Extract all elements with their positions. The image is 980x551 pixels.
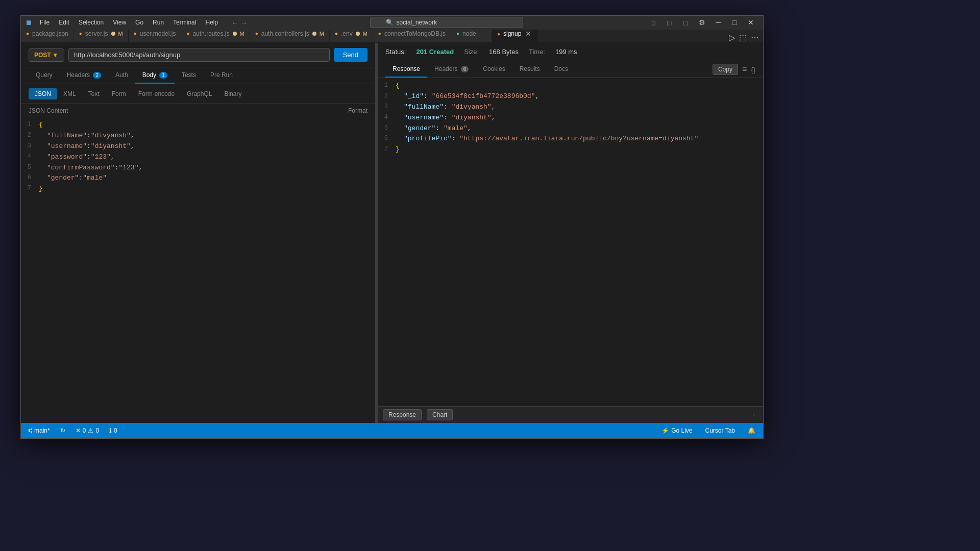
response-bottom-bar: Response Chart ⊢ bbox=[378, 406, 763, 423]
layout-toggle-2[interactable]: ⬚ bbox=[662, 17, 676, 28]
body-type-form[interactable]: Form bbox=[106, 88, 132, 99]
bell-icon: 🔔 bbox=[748, 427, 755, 434]
response-bottom-chart-btn[interactable]: Chart bbox=[427, 409, 453, 420]
info-count: 0 bbox=[114, 427, 117, 434]
status-sync[interactable]: ↻ bbox=[58, 423, 68, 438]
body-type-xml[interactable]: XML bbox=[57, 88, 82, 99]
tab-connect-mongo[interactable]: ● connectToMongoDB.js bbox=[373, 30, 451, 43]
maximize-btn[interactable]: □ bbox=[727, 17, 742, 28]
menu-run[interactable]: Run bbox=[149, 18, 168, 27]
menu-edit[interactable]: Edit bbox=[55, 18, 74, 27]
url-input[interactable] bbox=[68, 48, 330, 62]
title-search-area: 🔍 social_network bbox=[251, 17, 642, 28]
settings-btn[interactable]: ⚙ bbox=[695, 17, 709, 28]
layout-icon[interactable]: ⬚ bbox=[739, 33, 747, 42]
tab-env[interactable]: ● .env M bbox=[330, 30, 373, 43]
notifications-btn[interactable]: 🔔 bbox=[745, 423, 758, 438]
tab-auth-controllers[interactable]: ● auth.controllers.js M bbox=[250, 30, 330, 43]
close-btn[interactable]: ✕ bbox=[744, 17, 758, 28]
json-editor[interactable]: 1 { 2 "fullName":"divyansh", 3 "username… bbox=[21, 117, 375, 423]
menu-go[interactable]: Go bbox=[131, 18, 148, 27]
tab-signup[interactable]: ● signup ✕ bbox=[492, 30, 538, 43]
json-line-1: 1 { bbox=[26, 120, 370, 131]
headers-badge-response: 6 bbox=[461, 66, 469, 72]
tab-icon-package: ● bbox=[26, 31, 29, 36]
nav-tab-prerun[interactable]: Pre Run bbox=[203, 67, 240, 84]
more-actions-icon[interactable]: ⋯ bbox=[751, 33, 759, 42]
status-branch[interactable]: ⑆ main* bbox=[26, 423, 53, 438]
cursor-tab-label: Cursor Tab bbox=[705, 427, 735, 434]
response-bottom-icon[interactable]: ⊢ bbox=[752, 411, 758, 419]
body-type-json[interactable]: JSON bbox=[29, 88, 57, 99]
status-errors[interactable]: ✕ 0 ⚠ 0 bbox=[73, 423, 102, 438]
vscode-logo: ■ bbox=[26, 17, 32, 28]
go-live-label: Go Live bbox=[671, 427, 692, 434]
response-tab-response[interactable]: Response bbox=[385, 61, 427, 78]
tab-server-js[interactable]: ● server.js M bbox=[74, 30, 129, 43]
tab-label-signup: signup bbox=[503, 30, 521, 37]
nav-tab-tests[interactable]: Tests bbox=[175, 67, 203, 84]
run-icon[interactable]: ▷ bbox=[729, 33, 735, 42]
method-selector[interactable]: POST ▾ bbox=[29, 48, 64, 62]
tab-modified-env bbox=[356, 32, 360, 36]
cursor-tab-btn[interactable]: Cursor Tab bbox=[703, 423, 738, 438]
tab-label-auth-routes: auth.routes.js bbox=[192, 30, 229, 37]
error-icon: ✕ bbox=[76, 427, 81, 434]
response-options-icon[interactable]: ≡ bbox=[742, 65, 747, 74]
menu-help[interactable]: Help bbox=[201, 18, 222, 27]
nav-tab-headers[interactable]: Headers 2 bbox=[60, 67, 108, 84]
layout-toggle-1[interactable]: ⬚ bbox=[646, 17, 660, 28]
status-code: 201 Created bbox=[416, 48, 454, 56]
response-json-line-1: 1 { bbox=[383, 81, 758, 91]
response-bottom-response-btn[interactable]: Response bbox=[383, 409, 422, 420]
menu-terminal[interactable]: Terminal bbox=[169, 18, 200, 27]
tab-package-json[interactable]: ● package.json bbox=[21, 30, 74, 43]
response-tab-docs[interactable]: Docs bbox=[547, 61, 575, 78]
response-json-line-7: 7 } bbox=[383, 144, 758, 155]
response-tab-cookies[interactable]: Cookies bbox=[476, 61, 512, 78]
menu-selection[interactable]: Selection bbox=[75, 18, 108, 27]
nav-back-btn[interactable]: ← bbox=[231, 19, 238, 27]
format-button[interactable]: Format bbox=[348, 107, 368, 114]
copy-button[interactable]: Copy bbox=[713, 64, 738, 75]
tab-auth-routes[interactable]: ● auth.routes.js M bbox=[181, 30, 250, 43]
tab-node[interactable]: ● node bbox=[451, 30, 492, 43]
menu-file[interactable]: File bbox=[36, 18, 54, 27]
layout-toggle-3[interactable]: ⬚ bbox=[678, 17, 693, 28]
format-toggle-icon[interactable]: {} bbox=[751, 66, 755, 73]
status-bar-right: ⚡ Go Live Cursor Tab 🔔 bbox=[659, 423, 758, 438]
method-dropdown-icon: ▾ bbox=[54, 52, 57, 59]
json-line-3: 3 "username":"diyansht", bbox=[26, 141, 370, 152]
response-tab-headers[interactable]: Headers 6 bbox=[427, 61, 476, 78]
nav-tab-auth[interactable]: Auth bbox=[108, 67, 135, 84]
nav-forward-btn[interactable]: → bbox=[240, 19, 247, 27]
status-info[interactable]: ℹ 0 bbox=[107, 423, 120, 438]
nav-tab-query[interactable]: Query bbox=[29, 67, 60, 84]
tab-icon-user-model: ● bbox=[134, 31, 137, 36]
tab-user-model[interactable]: ● user.model.js bbox=[129, 30, 182, 43]
body-type-binary[interactable]: Binary bbox=[218, 88, 248, 99]
url-bar: POST ▾ Send bbox=[21, 43, 375, 67]
request-panel: POST ▾ Send Query Headers 2 Auth Body 1 … bbox=[21, 43, 376, 423]
minimize-btn[interactable]: ─ bbox=[711, 17, 725, 28]
response-tab-results[interactable]: Results bbox=[512, 61, 547, 78]
send-button[interactable]: Send bbox=[334, 48, 368, 62]
tab-label-package: package.json bbox=[32, 30, 68, 37]
json-line-7: 7 } bbox=[26, 184, 370, 194]
body-type-graphql[interactable]: GraphQL bbox=[181, 88, 218, 99]
main-content: POST ▾ Send Query Headers 2 Auth Body 1 … bbox=[21, 43, 763, 423]
go-live-btn[interactable]: ⚡ Go Live bbox=[659, 423, 695, 438]
response-nav-tabs: Response Headers 6 Cookies Results Docs … bbox=[378, 61, 763, 78]
nav-tab-body[interactable]: Body 1 bbox=[135, 67, 175, 84]
body-type-text[interactable]: Text bbox=[82, 88, 106, 99]
response-status-bar: Status: 201 Created Size: 168 Bytes Time… bbox=[378, 43, 763, 61]
tab-badge-auth-routes: M bbox=[240, 31, 244, 37]
tab-badge-env: M bbox=[363, 31, 368, 37]
search-icon: 🔍 bbox=[386, 19, 394, 26]
search-box[interactable]: 🔍 social_network bbox=[370, 17, 523, 28]
error-count: 0 bbox=[83, 427, 86, 434]
response-json-line-5: 5 "gender": "male", bbox=[383, 123, 758, 134]
tab-close-signup[interactable]: ✕ bbox=[524, 30, 532, 38]
body-type-form-encode[interactable]: Form-encode bbox=[132, 88, 181, 99]
menu-view[interactable]: View bbox=[109, 18, 130, 27]
